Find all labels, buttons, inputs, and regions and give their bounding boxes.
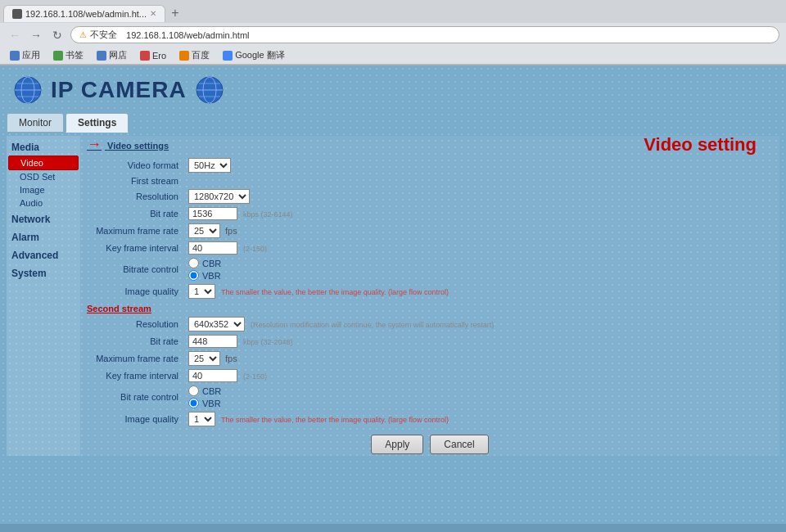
key-frame-input-1[interactable]: [188, 241, 237, 255]
video-setting-heading: Video setting: [644, 134, 757, 156]
back-button[interactable]: ←: [7, 27, 23, 43]
format-select[interactable]: 50Hz 60Hz: [188, 158, 231, 173]
address-bar: ← → ↻ ⚠ 不安全 192.168.1.108/web/admin.html: [0, 23, 786, 47]
ipcam-header: IP CAMERA: [7, 72, 779, 108]
max-frame-select-1[interactable]: 25 15 10 5: [188, 223, 220, 238]
sidebar-section-advanced: Advanced: [7, 247, 80, 264]
first-stream-label: First stream: [87, 174, 185, 187]
image-quality-select-2[interactable]: 123456: [188, 412, 215, 426]
tab-settings[interactable]: Settings: [66, 113, 129, 133]
bitrate-input-2[interactable]: [188, 335, 237, 348]
address-field[interactable]: ⚠ 不安全 192.168.1.108/web/admin.html: [70, 26, 779, 43]
max-frame-select-2[interactable]: 2515105: [188, 351, 220, 366]
vbr-label-2: VBR: [202, 399, 221, 408]
address-prefix: 不安全: [90, 29, 117, 41]
bm-shop[interactable]: 网店: [93, 48, 130, 62]
sidebar-advanced-title[interactable]: Advanced: [7, 247, 80, 264]
cbr-label-2: CBR: [202, 386, 221, 396]
sidebar-item-audio[interactable]: Audio: [7, 196, 80, 210]
content-area: Video setting → Video settings Video for…: [80, 136, 779, 456]
bm-ero[interactable]: Ero: [137, 50, 169, 61]
sidebar-item-image[interactable]: Image: [7, 183, 80, 196]
globe-left-icon: [13, 75, 43, 105]
resolution-select-1[interactable]: 1280x720 640x352 320x176: [188, 189, 250, 204]
vbr-option-2[interactable]: VBR: [188, 398, 770, 408]
sidebar-section-media: Media Video OSD Set Image Audio: [7, 139, 80, 210]
bitrate-label-1: Bit rate: [87, 205, 185, 222]
key-frame-label-1: Key frame interval: [87, 240, 185, 256]
tab-title: 192.168.1.108/web/admin.ht...: [25, 9, 147, 19]
browser-tab[interactable]: 192.168.1.108/web/admin.ht... ✕: [3, 5, 165, 22]
cbr-option-1[interactable]: CBR: [188, 258, 770, 268]
image-quality-hint-2: The smaller the value, the better the im…: [221, 416, 449, 424]
tab-bar: 192.168.1.108/web/admin.ht... ✕ +: [0, 0, 786, 23]
forward-button[interactable]: →: [28, 27, 44, 43]
main-nav-tabs: Monitor Settings: [7, 113, 779, 133]
bm-bookmark-label: 书签: [66, 49, 84, 61]
sidebar-section-network: Network: [7, 211, 80, 228]
sidebar: Media Video OSD Set Image Audio Network …: [7, 136, 80, 456]
refresh-button[interactable]: ↻: [49, 27, 66, 43]
bitrate-input-1[interactable]: [188, 207, 237, 220]
vbr-label-1: VBR: [202, 271, 221, 281]
bm-baidu[interactable]: 百度: [176, 48, 213, 62]
image-quality-label-1: Image quality: [87, 282, 185, 300]
cbr-label-1: CBR: [202, 259, 221, 268]
cbr-radio-1[interactable]: [188, 258, 199, 268]
page-content: IP CAMERA Monitor Settings Media Video O…: [0, 65, 786, 524]
resolution-hint-2: (Resolution modification will continue, …: [251, 321, 494, 329]
image-quality-label-2: Image quality: [87, 410, 185, 428]
cbr-option-2[interactable]: CBR: [188, 385, 770, 396]
sidebar-media-title[interactable]: Media: [7, 139, 80, 156]
app-title: IP CAMERA: [51, 77, 187, 103]
key-frame-label-2: Key frame interval: [87, 367, 185, 384]
cbr-radio-2[interactable]: [188, 385, 199, 396]
cancel-button[interactable]: Cancel: [430, 435, 488, 454]
key-frame-hint-1: (2-150): [243, 245, 267, 253]
bitrate-hint-1: kbps (32-6144): [243, 210, 293, 219]
new-tab-button[interactable]: +: [165, 3, 185, 23]
max-frame-label-1: Maximum frame rate: [87, 222, 185, 240]
sidebar-item-video[interactable]: Video: [8, 156, 79, 170]
shop-icon: [97, 51, 106, 61]
vbr-radio-1[interactable]: [188, 270, 199, 281]
bitrate-hint-2: kbps (32-2048): [243, 338, 293, 346]
apply-button[interactable]: Apply: [371, 435, 423, 454]
main-layout: Media Video OSD Set Image Audio Network …: [7, 136, 779, 456]
key-frame-input-2[interactable]: [188, 369, 237, 382]
vbr-option-1[interactable]: VBR: [188, 270, 770, 281]
key-frame-hint-2: (2-150): [243, 372, 267, 381]
bitrate-ctrl-group-1: CBR VBR: [188, 258, 770, 281]
bm-apps[interactable]: 应用: [7, 48, 43, 62]
security-icon: ⚠: [79, 30, 87, 39]
sidebar-network-title[interactable]: Network: [7, 211, 80, 228]
tab-monitor[interactable]: Monitor: [7, 113, 64, 133]
tab-close-button[interactable]: ✕: [150, 9, 156, 18]
browser-chrome: 192.168.1.108/web/admin.ht... ✕ + ← → ↻ …: [0, 0, 786, 65]
bookmark-icon: [53, 51, 63, 61]
vbr-radio-2[interactable]: [188, 398, 199, 408]
bitrate-ctrl-group-2: CBR VBR: [188, 385, 770, 408]
resolution-label-1: Resolution: [87, 187, 185, 205]
bm-bookmark[interactable]: 书签: [50, 48, 87, 62]
sidebar-system-title[interactable]: System: [7, 265, 80, 282]
bm-ero-label: Ero: [152, 51, 166, 61]
image-quality-select-1[interactable]: 123456: [188, 284, 215, 299]
sidebar-section-alarm: Alarm: [7, 229, 80, 246]
first-stream-form: Video format 50Hz 60Hz First stream: [87, 156, 773, 300]
resolution-select-2[interactable]: 640x352 320x176: [188, 317, 245, 331]
second-stream-form: Resolution 640x352 320x176 (Resolution m…: [87, 315, 773, 428]
address-text: 192.168.1.108/web/admin.html: [126, 30, 249, 40]
baidu-icon: [179, 51, 189, 61]
sidebar-alarm-title[interactable]: Alarm: [7, 229, 80, 246]
bm-google-translate[interactable]: Google 翻译: [219, 48, 288, 62]
sidebar-item-osd[interactable]: OSD Set: [7, 170, 80, 183]
bm-google-label: Google 翻译: [235, 49, 285, 61]
bitrate-ctrl-label-1: Bitrate control: [87, 256, 185, 282]
fps-label-2: fps: [225, 354, 237, 363]
globe-right-icon: [195, 75, 224, 105]
bitrate-label-2: Bit rate: [87, 333, 185, 349]
sidebar-section-system: System: [7, 265, 80, 282]
max-frame-label-2: Maximum frame rate: [87, 349, 185, 367]
bitrate-ctrl-label-2: Bit rate control: [87, 384, 185, 410]
